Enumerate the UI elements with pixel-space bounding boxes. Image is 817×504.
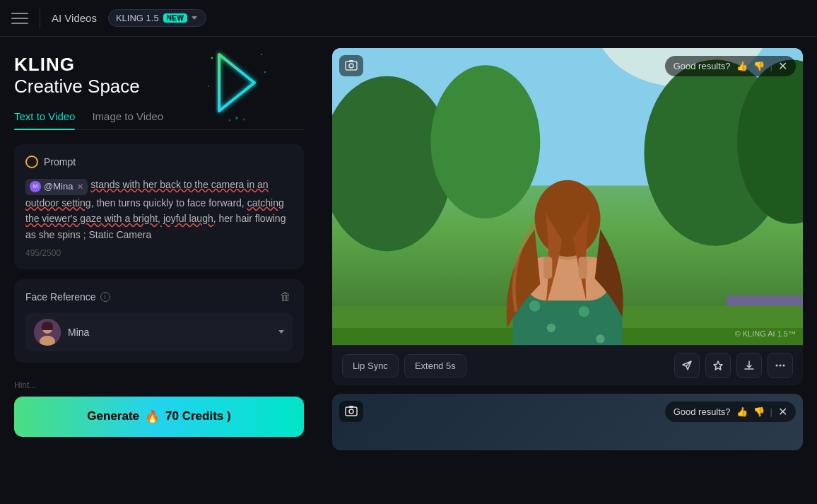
chevron-down-icon [192, 16, 197, 20]
tab-text-to-video[interactable]: Text to Video [14, 103, 75, 129]
thumbs-up-2[interactable]: 👍 [736, 406, 748, 417]
svg-rect-32 [543, 257, 552, 279]
version-text: KLING 1.5 [116, 13, 159, 23]
prompt-section: Prompt M @Mina ✕ stands with her back to… [14, 144, 304, 269]
kling-logo-svg [198, 44, 276, 122]
svg-point-25 [547, 324, 556, 332]
delete-face-icon[interactable]: 🗑 [280, 291, 293, 303]
svg-point-6 [208, 86, 209, 87]
video-toolbar-2: Good results? 👍 👎 | ✕ [339, 401, 796, 422]
svg-rect-33 [578, 257, 587, 279]
branding-area: KLING Creative Space [14, 37, 304, 103]
svg-point-26 [578, 306, 589, 317]
close-video-1-btn[interactable]: ✕ [778, 59, 787, 73]
app-header: AI Videos KLING 1.5 NEW [0, 0, 817, 37]
favorite-button[interactable] [705, 353, 731, 378]
mention-close[interactable]: ✕ [77, 181, 83, 194]
video-card-1: Good results? 👍 👎 | ✕ © KLING AI 1.5™ Li… [332, 48, 803, 385]
svg-point-2 [243, 119, 245, 121]
lip-sync-button[interactable]: Lip Sync [342, 354, 399, 377]
kling-watermark-1: © KLING AI 1.5™ [735, 329, 796, 338]
screenshot-button-2[interactable] [339, 401, 363, 422]
svg-point-27 [596, 334, 604, 343]
credits-label: 70 Credits ) [165, 409, 231, 423]
video-toolbar-1: Good results? 👍 👎 | ✕ [339, 55, 796, 76]
prompt-content[interactable]: M @Mina ✕ stands with her back to the ca… [25, 177, 293, 242]
sun-icon [25, 156, 38, 168]
right-panel: Good results? 👍 👎 | ✕ © KLING AI 1.5™ Li… [318, 37, 817, 504]
svg-point-24 [529, 300, 540, 311]
good-results-bar-1: Good results? 👍 👎 | ✕ [665, 56, 796, 76]
good-results-text-2: Good results? [674, 406, 731, 417]
face-ref-header: Face Reference i 🗑 [25, 291, 293, 303]
svg-point-15 [430, 65, 540, 218]
video-card-2: Good results? 👍 👎 | ✕ [332, 394, 803, 450]
face-reference-section: Face Reference i 🗑 Mina [14, 279, 304, 363]
svg-point-35 [349, 64, 353, 68]
face-select-dropdown[interactable]: Mina [25, 313, 293, 351]
thumbs-up-icon[interactable]: 👍 [736, 61, 748, 71]
download-button[interactable] [736, 353, 762, 378]
mention-text: @Mina [44, 180, 73, 194]
left-panel: KLING Creative Space [0, 37, 318, 504]
hint-section: Hint... [14, 373, 304, 397]
menu-icon[interactable] [11, 10, 28, 27]
info-icon[interactable]: i [100, 292, 110, 302]
thumbs-down-icon[interactable]: 👎 [753, 61, 765, 71]
good-results-text: Good results? [674, 61, 731, 71]
svg-point-31 [535, 180, 601, 257]
fire-icon: 🔥 [145, 409, 160, 424]
svg-rect-36 [349, 60, 353, 62]
video-preview-1: Good results? 👍 👎 | ✕ © KLING AI 1.5™ [332, 48, 803, 345]
share-button[interactable] [674, 353, 700, 378]
thumbs-down-2[interactable]: 👎 [753, 406, 765, 417]
char-count: 495/2500 [25, 248, 293, 258]
screenshot-button-1[interactable] [339, 55, 363, 76]
svg-rect-34 [346, 61, 357, 70]
new-badge: NEW [163, 13, 188, 23]
more-options-button[interactable] [768, 353, 793, 378]
face-ref-label: Face Reference i [25, 291, 110, 303]
prompt-label: Prompt [25, 156, 293, 168]
main-layout: KLING Creative Space [0, 37, 817, 504]
close-video-2-btn[interactable]: ✕ [778, 405, 787, 418]
generate-button[interactable]: Generate 🔥 70 Credits ) [14, 397, 304, 437]
version-selector[interactable]: KLING 1.5 NEW [108, 9, 207, 27]
mention-chip[interactable]: M @Mina ✕ [25, 179, 88, 195]
face-avatar [34, 319, 61, 346]
good-results-bar-2: Good results? 👍 👎 | ✕ [665, 402, 796, 422]
brand-logo [198, 44, 276, 124]
tab-image-to-video[interactable]: Image to Video [92, 103, 163, 129]
svg-rect-40 [346, 407, 357, 416]
svg-point-4 [261, 54, 262, 55]
header-divider [40, 8, 40, 28]
svg-point-39 [783, 365, 785, 367]
svg-point-0 [235, 117, 238, 119]
hint-text: Hint... [14, 380, 36, 390]
generate-label: Generate [87, 409, 139, 423]
app-title: AI Videos [52, 12, 97, 24]
extend-button[interactable]: Extend 5s [404, 354, 466, 377]
face-name: Mina [68, 327, 271, 338]
svg-rect-11 [42, 326, 53, 330]
svg-point-38 [780, 365, 782, 367]
svg-rect-42 [349, 406, 353, 408]
action-bar-1: Lip Sync Extend 5s [332, 345, 803, 385]
svg-point-5 [264, 71, 266, 73]
video-scene-svg [332, 48, 803, 345]
svg-point-1 [229, 119, 231, 122]
svg-point-41 [349, 409, 353, 414]
svg-point-3 [211, 57, 213, 59]
face-chevron-icon [278, 330, 284, 334]
svg-point-37 [776, 365, 778, 367]
